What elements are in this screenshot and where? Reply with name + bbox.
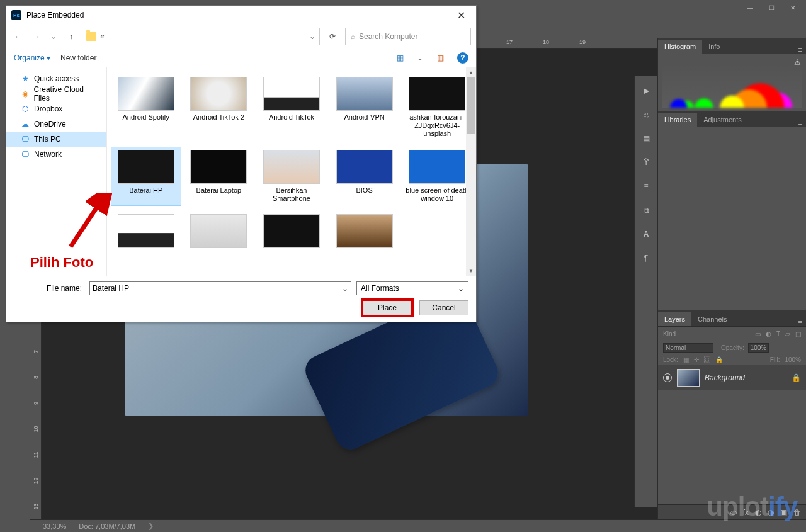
lock-all-icon[interactable]: 🔒 <box>715 356 723 363</box>
file-item[interactable]: Bersihkan Smartphone <box>256 147 327 206</box>
status-more-icon[interactable]: ❯ <box>148 522 154 530</box>
play-icon[interactable]: ▶ <box>639 83 654 98</box>
libraries-body <box>658 127 806 310</box>
zoom-level[interactable]: 33,33% <box>43 523 66 530</box>
scroll-up-icon[interactable]: ▲ <box>466 67 476 77</box>
doc-size[interactable]: Doc: 7,03M/7,03M <box>79 523 135 530</box>
tab-adjustments[interactable]: Adjustments <box>697 113 748 127</box>
filter-shape-icon[interactable]: ▱ <box>785 331 790 337</box>
filter-type-icon[interactable]: T <box>776 331 780 337</box>
tab-histogram[interactable]: Histogram <box>658 40 702 54</box>
organize-button[interactable]: Organize ▾ <box>14 54 50 62</box>
ruler-tick: 17 <box>491 38 528 48</box>
fill-field[interactable]: 100% <box>785 356 801 363</box>
file-item[interactable] <box>256 211 327 254</box>
ruler-tick: 12 <box>30 475 48 486</box>
tab-libraries[interactable]: Libraries <box>658 113 697 127</box>
properties-icon[interactable]: ▤ <box>639 131 654 146</box>
opacity-field[interactable]: 100% <box>748 343 769 353</box>
paragraph-icon[interactable]: ¶ <box>639 251 654 266</box>
file-item[interactable] <box>329 211 400 254</box>
filter-image-icon[interactable]: ▭ <box>755 331 761 337</box>
panel-menu-icon[interactable]: ≡ <box>795 119 806 127</box>
visibility-toggle-icon[interactable] <box>663 373 672 382</box>
breadcrumb[interactable]: « <box>100 32 105 41</box>
character-icon[interactable]: ⧉ <box>639 203 654 218</box>
right-panels: Histogram Info ≡ ⚠ Libraries Adjustments… <box>657 38 806 519</box>
filename-field[interactable]: Baterai HP ⌄ <box>89 281 351 295</box>
maximize-button[interactable]: ☐ <box>761 0 782 15</box>
nav-item-this-pc[interactable]: 🖵This PC <box>6 132 106 147</box>
address-bar[interactable]: « ⌄ <box>82 28 320 45</box>
forward-button[interactable]: → <box>29 30 43 43</box>
lock-position-icon[interactable]: ✛ <box>694 356 699 363</box>
file-item[interactable]: ashkan-forouzani-ZJDqxRcv6J4-unsplash <box>402 74 472 142</box>
brushes-icon[interactable]: ϔ <box>639 155 654 170</box>
watermark-logo: uplotify <box>707 492 797 522</box>
file-thumbnail <box>118 77 174 111</box>
swatches-icon[interactable]: ≡ <box>639 179 654 194</box>
filetype-filter[interactable]: All Formats⌄ <box>356 281 468 295</box>
file-grid: Android SpotifyAndroid TikTok 2Android T… <box>107 67 476 276</box>
address-chevron-icon[interactable]: ⌄ <box>309 32 315 41</box>
file-thumbnail <box>190 150 247 184</box>
file-item[interactable] <box>111 211 181 254</box>
nav-item-dropbox[interactable]: ⬡Dropbox <box>6 101 106 116</box>
minimize-button[interactable]: — <box>739 0 761 15</box>
history-icon[interactable]: ⎌ <box>639 107 654 122</box>
nav-item-creative-cloud-files[interactable]: ◉Creative Cloud Files <box>6 86 106 101</box>
view-chevron-icon[interactable]: ⌄ <box>417 54 423 62</box>
file-thumbnail <box>190 214 247 248</box>
file-item[interactable]: Android TikTok <box>256 74 327 142</box>
recent-locations-button[interactable]: ⌄ <box>47 30 60 43</box>
new-folder-button[interactable]: New folder <box>60 54 96 62</box>
layer-row-background[interactable]: Background 🔒 <box>658 365 806 390</box>
file-item[interactable] <box>184 211 254 254</box>
scroll-thumb[interactable] <box>467 77 475 134</box>
file-item[interactable]: Baterai HP <box>111 147 181 206</box>
file-item[interactable]: Android Spotify <box>111 74 181 142</box>
file-item[interactable]: blue screen of death window 10 <box>402 147 472 206</box>
blend-mode-select[interactable]: Normal <box>663 343 713 353</box>
search-placeholder: Search Komputer <box>359 32 417 41</box>
file-item[interactable]: Baterai Laptop <box>184 147 254 206</box>
search-input[interactable]: ⌕ Search Komputer <box>345 28 471 45</box>
file-item[interactable]: BIOS <box>329 147 400 206</box>
view-mode-icon[interactable]: ▦ <box>393 52 407 64</box>
help-icon[interactable]: ? <box>457 52 468 64</box>
scroll-down-icon[interactable]: ▼ <box>466 266 476 276</box>
tab-layers[interactable]: Layers <box>658 312 691 326</box>
ruler-tick: 7 <box>30 346 48 357</box>
place-button[interactable]: Place <box>363 300 412 315</box>
file-item[interactable]: Android TikTok 2 <box>184 74 254 142</box>
refresh-button[interactable]: ⟳ <box>324 28 341 45</box>
panel-menu-icon[interactable]: ≡ <box>795 319 806 326</box>
lock-pixels-icon[interactable]: ▦ <box>683 356 689 363</box>
filename-dropdown-icon[interactable]: ⌄ <box>342 284 348 293</box>
type-a-icon[interactable]: A <box>639 227 654 242</box>
file-name: ashkan-forouzani-ZJDqxRcv6J4-unsplash <box>406 113 468 139</box>
file-item[interactable]: Android-VPN <box>329 74 400 142</box>
dialog-footer: File name: Baterai HP ⌄ All Formats⌄ Pla… <box>6 276 476 322</box>
dialog-close-button[interactable]: ✕ <box>451 6 471 24</box>
filter-smart-icon[interactable]: ◫ <box>795 331 801 337</box>
nav-label: Dropbox <box>34 105 62 113</box>
filter-adjust-icon[interactable]: ◐ <box>766 331 771 337</box>
lock-label: Lock: <box>663 356 678 363</box>
lock-artboard-icon[interactable]: ⿴ <box>704 356 710 363</box>
panel-menu-icon[interactable]: ≡ <box>795 46 806 54</box>
nav-item-quick-access[interactable]: ★Quick access <box>6 71 106 86</box>
close-button[interactable]: ✕ <box>782 0 803 15</box>
back-button[interactable]: ← <box>11 30 25 43</box>
tab-channels[interactable]: Channels <box>691 312 733 326</box>
nav-item-network[interactable]: 🖵Network <box>6 147 106 162</box>
preview-pane-icon[interactable]: ▥ <box>433 52 447 64</box>
cancel-button[interactable]: Cancel <box>419 300 468 315</box>
navigation-pane: ★Quick access◉Creative Cloud Files⬡Dropb… <box>6 67 107 276</box>
file-name: BIOS <box>356 186 372 195</box>
scrollbar[interactable]: ▲ ▼ <box>466 67 476 276</box>
nav-item-onedrive[interactable]: ☁OneDrive <box>6 116 106 132</box>
tab-info[interactable]: Info <box>702 40 726 54</box>
ruler-tick: 9 <box>30 398 48 409</box>
up-button[interactable]: ↑ <box>64 30 78 43</box>
